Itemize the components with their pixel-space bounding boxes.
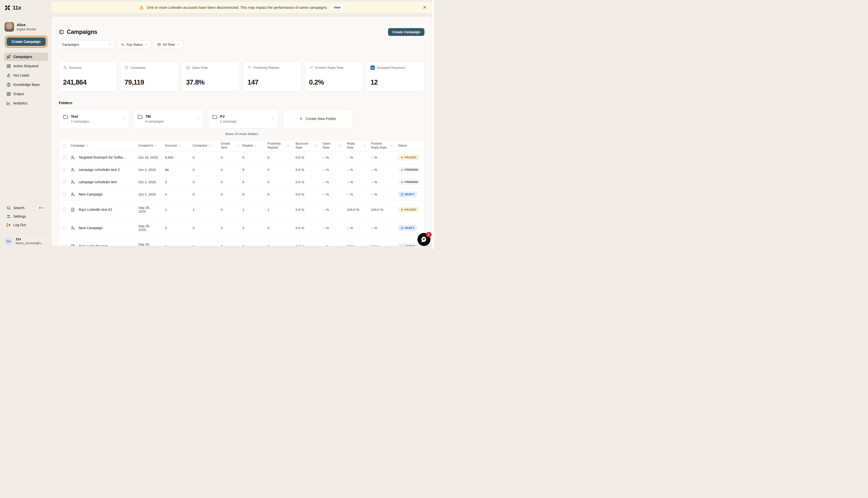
sidebar-search[interactable]: Search ⌘ K: [4, 204, 48, 212]
sidebar-settings[interactable]: Settings: [4, 212, 48, 221]
sort-icon[interactable]: [390, 144, 393, 147]
row-checkbox[interactable]: [62, 226, 66, 230]
row-checkbox[interactable]: [62, 244, 66, 246]
sort-icon[interactable]: [315, 144, 318, 147]
table-row[interactable]: Targeted Outreach for Softw... Oct 16, 2…: [59, 152, 424, 163]
kebab-menu-icon[interactable]: [122, 117, 126, 121]
sort-icon[interactable]: [254, 144, 257, 147]
status-badge: FINISHED: [398, 167, 421, 172]
worker-profile[interactable]: Alice Digital Worker: [4, 22, 48, 31]
table-row[interactable]: campaign scheduler test Oct 2, 2025 3 0 …: [59, 176, 424, 188]
row-checkbox[interactable]: [62, 208, 66, 212]
stat-card-accepted-requests: inAccepted Requests 12: [366, 61, 425, 92]
campaign-name[interactable]: Raj's LinkedIn test: [79, 244, 138, 246]
file-icon: [70, 208, 75, 212]
kebab-menu-icon[interactable]: [271, 117, 275, 121]
row-checkbox[interactable]: [62, 180, 66, 184]
folder-icon: [63, 115, 68, 119]
sidebar-nav: Campaigns Action Required Hot Leads Know…: [4, 52, 48, 107]
folder-count: 2 campaigns: [71, 119, 89, 123]
rocket-icon: [7, 55, 11, 59]
sort-icon[interactable]: [154, 144, 157, 147]
user-search-icon: [70, 168, 75, 172]
search-icon: [7, 206, 11, 210]
user-search-icon: [70, 155, 75, 160]
sort-icon[interactable]: [86, 144, 89, 147]
folder-name: PJ: [220, 115, 237, 118]
table-row[interactable]: Raj's LinkedIn test Sep 25,2025 1 1 0 0 …: [59, 237, 424, 246]
scrollbar-track[interactable]: [432, 0, 434, 249]
row-checkbox[interactable]: [62, 192, 66, 196]
sort-icon[interactable]: [208, 144, 211, 147]
folder-icon: [212, 115, 217, 119]
file-icon: [70, 244, 75, 247]
stat-card-positive-reply-rate: Positive Reply Rate 0.2%: [305, 61, 363, 92]
row-checkbox[interactable]: [62, 168, 66, 172]
sidebar-item-analytics[interactable]: Analytics: [4, 99, 48, 107]
campaign-name[interactable]: New Campaign: [79, 226, 138, 230]
warning-icon: [139, 5, 144, 10]
campaign-name[interactable]: campaign scheduler test 2: [79, 168, 138, 172]
sidebar-item-output[interactable]: Output: [4, 90, 48, 98]
campaign-name[interactable]: campaign scheduler test: [79, 180, 138, 184]
pause-icon: [401, 156, 403, 159]
chat-widget-button[interactable]: 1: [417, 233, 430, 246]
folder-card-pj[interactable]: PJ 1 campaign: [208, 109, 278, 129]
chevron-down-icon: [145, 43, 148, 46]
create-campaign-highlight: Create Campaign: [4, 35, 48, 49]
table-row[interactable]: Raj's LinkedIn test #2 Sep 26,2025 1 1 0…: [59, 200, 424, 219]
play-icon: [401, 245, 403, 247]
stat-value: 79,119: [125, 79, 174, 86]
create-new-folder-button[interactable]: Create New Folder: [283, 109, 353, 129]
sidebar-item-hot-leads[interactable]: Hot Leads: [4, 71, 48, 80]
create-campaign-button[interactable]: Create Campaign: [388, 28, 425, 36]
stat-card-open-rate: Open Rate 37.8%: [182, 61, 240, 92]
row-checkbox[interactable]: [62, 155, 66, 159]
kebab-menu-icon[interactable]: [196, 117, 200, 121]
sort-icon[interactable]: [178, 144, 181, 147]
select-all-checkbox[interactable]: [62, 144, 66, 148]
pause-icon: [401, 208, 403, 211]
time-filter-dropdown[interactable]: All Time: [154, 40, 183, 49]
table-row[interactable]: New Campaign Sep 26,2025 0 0 0 0 0 0.0 %…: [59, 219, 424, 237]
brand-logo-icon: [4, 5, 11, 11]
sidebar-item-action-required[interactable]: Action Required: [4, 62, 48, 70]
dashboard-icon: [7, 64, 11, 68]
campaigns-table: Campaign Created At Sourced Contacted Em…: [59, 140, 425, 246]
file-icon: [401, 193, 403, 196]
campaigns-panel: Campaigns Create Campaign Campaigns Any …: [51, 16, 432, 246]
stats-row: Sourced 241,864 Contacted 79,119 Open Ra…: [59, 61, 425, 92]
sidebar-item-campaigns[interactable]: Campaigns: [4, 52, 48, 61]
status-filter-dropdown[interactable]: Any Status: [118, 40, 151, 49]
sidebar-create-campaign-button[interactable]: Create Campaign: [7, 37, 46, 46]
stat-card-contacted: Contacted 79,119: [120, 61, 179, 92]
status-badge: DRAFT: [398, 192, 417, 197]
folder-card-tm[interactable]: TM 8 campaigns: [133, 109, 204, 129]
sort-icon[interactable]: [339, 144, 342, 147]
sort-icon[interactable]: [287, 144, 289, 147]
plus-icon: [299, 117, 303, 121]
folder-icon: [138, 115, 143, 119]
folder-card-test[interactable]: Test 2 campaigns: [59, 109, 129, 129]
sidebar-item-knowledge-base[interactable]: Knowledge Base: [4, 80, 48, 89]
table-row[interactable]: New Campaign Oct 1, 2025 0 0 0 0 0 0.0 %…: [59, 188, 424, 200]
banner-view-button[interactable]: View: [330, 4, 344, 11]
close-icon[interactable]: [423, 5, 427, 10]
panel-icon[interactable]: [59, 29, 64, 35]
sort-icon[interactable]: [363, 144, 366, 147]
stat-value: 241,864: [63, 79, 113, 86]
account-switcher[interactable]: DA 11x demo_account@s...: [4, 237, 48, 246]
page-title: Campaigns: [67, 29, 97, 35]
campaign-name[interactable]: Raj's LinkedIn test #2: [79, 208, 138, 212]
campaigns-filter-dropdown[interactable]: Campaigns: [59, 40, 115, 49]
sort-icon[interactable]: [237, 144, 240, 147]
trending-up-icon: [309, 66, 313, 69]
table-row[interactable]: campaign scheduler test 2 Oct 2, 2025 86…: [59, 163, 424, 176]
sidebar-logout[interactable]: Log Out: [4, 221, 48, 229]
campaign-name[interactable]: New Campaign: [79, 192, 138, 196]
brand-name: 11x: [13, 4, 21, 11]
folder-count: 8 campaigns: [145, 119, 164, 123]
stat-value: 37.8%: [186, 79, 236, 86]
campaign-name[interactable]: Targeted Outreach for Softw...: [79, 155, 138, 159]
show-more-folders-button[interactable]: Show 20 more folders: [59, 132, 425, 136]
